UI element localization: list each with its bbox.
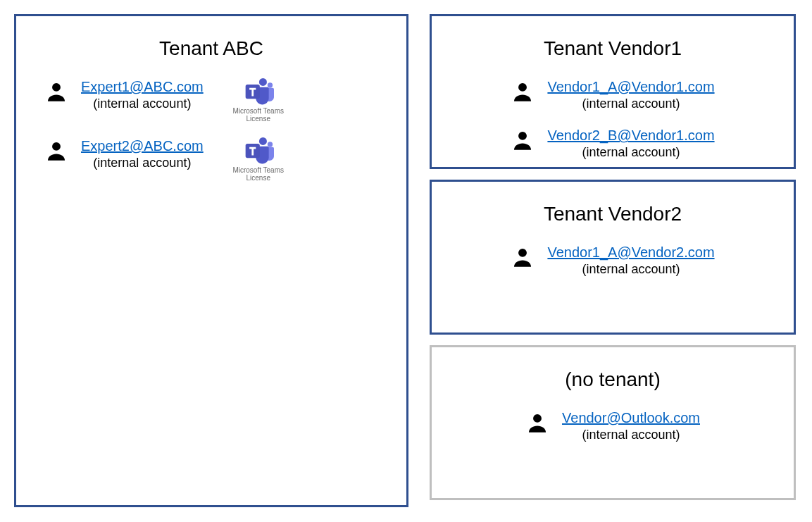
teams-icon [243,137,274,165]
left-column: Tenant ABC Expert1@ABC.com (internal acc… [14,14,408,507]
svg-point-11 [533,414,542,423]
svg-point-9 [518,132,527,140]
tenant-vendor2-box: Tenant Vendor2 Vendor1_A@Vendor2.com (in… [430,180,796,335]
user-text: Vendor1_A@Vendor2.com (internal account) [547,243,714,278]
user-email-link[interactable]: Vendor1_A@Vendor2.com [547,243,714,261]
teams-license-badge: Microsoft TeamsLicense [230,137,287,182]
user-email-link[interactable]: Vendor1_A@Vendor1.com [547,77,714,96]
user-row: Expert2@ABC.com (internal account) [44,137,385,182]
user-row: Vendor2_B@Vendor1.com (internal account) [453,126,773,161]
user-email-link[interactable]: Vendor2_B@Vendor1.com [547,126,714,144]
teams-icon [243,77,274,106]
diagram-canvas: Tenant ABC Expert1@ABC.com (internal acc… [14,14,798,507]
svg-point-1 [259,78,267,86]
user-text: Vendor@Outlook.com (internal account) [562,409,700,443]
user-sub-label: (internal account) [547,144,714,161]
tenant-vendor2-title: Tenant Vendor2 [453,203,773,225]
user-row: Vendor@Outlook.com (internal account) [453,409,773,443]
tenant-abc-title: Tenant ABC [37,37,385,60]
user-row: Vendor1_A@Vendor1.com (internal account) [453,77,773,112]
tenant-abc-box: Tenant ABC Expert1@ABC.com (internal acc… [14,14,408,507]
user-row: Expert1@ABC.com (internal account) [44,77,385,123]
user-text: Expert1@ABC.com (internal account) [81,77,204,112]
user-sub-label: (internal account) [81,96,204,112]
user-text: Vendor2_B@Vendor1.com (internal account) [547,126,714,161]
teams-license-badge: Microsoft TeamsLicense [230,77,287,123]
svg-point-0 [52,83,61,92]
user-text: Vendor1_A@Vendor1.com (internal account) [547,77,714,112]
no-tenant-title: (no tenant) [453,368,773,391]
svg-point-2 [268,82,273,87]
user-sub-label: (internal account) [547,96,714,112]
user-sub-label: (internal account) [562,427,700,443]
user-sub-label: (internal account) [547,261,714,278]
license-caption: Microsoft TeamsLicense [232,166,284,182]
user-email-link[interactable]: Expert2@ABC.com [81,137,204,155]
user-email-link[interactable]: Expert1@ABC.com [81,77,204,96]
svg-point-6 [268,142,273,147]
tenant-vendor1-box: Tenant Vendor1 Vendor1_A@Vendor1.com (in… [430,14,796,169]
person-icon [511,129,535,153]
person-icon [511,80,535,104]
right-column: Tenant Vendor1 Vendor1_A@Vendor1.com (in… [430,14,796,507]
user-email-link[interactable]: Vendor@Outlook.com [562,409,700,427]
svg-point-4 [52,142,61,151]
svg-point-5 [259,137,267,145]
svg-point-10 [518,249,527,257]
person-icon [511,246,535,270]
person-icon [44,80,68,104]
tenant-vendor1-title: Tenant Vendor1 [453,37,773,60]
user-sub-label: (internal account) [81,155,204,171]
license-caption: Microsoft TeamsLicense [232,107,284,123]
svg-point-8 [518,83,527,92]
no-tenant-box: (no tenant) Vendor@Outlook.com (internal… [430,345,796,500]
user-text: Expert2@ABC.com (internal account) [81,137,204,171]
user-row: Vendor1_A@Vendor2.com (internal account) [453,243,773,278]
person-icon [44,139,68,163]
person-icon [525,411,549,435]
